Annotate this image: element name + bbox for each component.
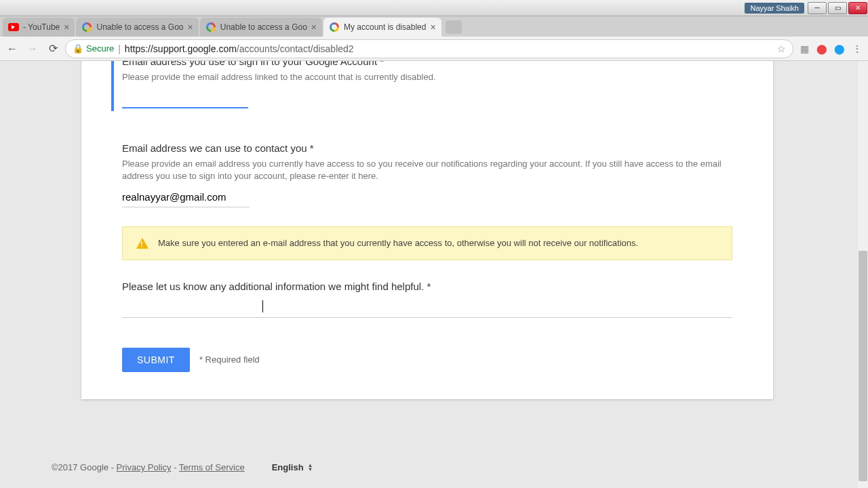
field-description: Please provide the email address linked …	[122, 71, 732, 83]
secure-label: Secure	[86, 43, 114, 54]
extension-opera-icon[interactable]: ⬤	[815, 42, 829, 56]
google-icon	[329, 22, 340, 33]
tab-close-icon[interactable]: ×	[64, 22, 69, 32]
language-label: English	[272, 462, 304, 472]
signin-email-input[interactable]	[122, 87, 248, 108]
scrollbar-thumb[interactable]	[859, 251, 867, 481]
url-text: https://support.google.com/accounts/cont…	[125, 43, 354, 54]
reload-button[interactable]: ⟳	[45, 41, 61, 57]
extension-blue-icon[interactable]: ⬤	[833, 42, 846, 56]
footer-copyright: ©2017 Google -	[52, 462, 117, 472]
tab-title: Unable to access a Goo	[96, 22, 183, 32]
tab-active[interactable]: My account is disabled ×	[323, 18, 441, 37]
tab-google-2[interactable]: Unable to access a Goo ×	[200, 18, 322, 37]
tab-close-icon[interactable]: ×	[188, 22, 193, 32]
tab-close-icon[interactable]: ×	[430, 22, 435, 32]
field-signin-email: Email address you use to sign in to your…	[111, 61, 732, 111]
tab-title: My account is disabled	[344, 22, 426, 32]
warning-text: Make sure you entered an e-mail address …	[158, 238, 638, 248]
os-maximize-button[interactable]: ▭	[828, 2, 847, 14]
terms-link[interactable]: Terms of Service	[179, 462, 245, 472]
tab-close-icon[interactable]: ×	[311, 22, 317, 32]
tab-title: Unable to access a Goo	[220, 22, 307, 32]
secure-indicator: 🔒 Secure	[73, 43, 114, 54]
additional-info-textarea[interactable]	[122, 296, 732, 318]
field-description: Please provide an email address you curr…	[122, 158, 732, 182]
submit-row: SUBMIT * Required field	[122, 348, 732, 372]
warning-icon	[136, 238, 149, 249]
field-label: Please let us know any additional inform…	[122, 281, 732, 292]
google-icon	[81, 22, 92, 33]
new-tab-button[interactable]	[446, 20, 462, 34]
text-cursor	[262, 300, 263, 312]
contact-email-input[interactable]	[122, 187, 250, 207]
chrome-menu-icon[interactable]: ⋮	[850, 42, 864, 56]
browser-tabstrip: - YouTube × Unable to access a Goo × Una…	[0, 16, 868, 37]
os-user-badge: Nayyar Shaikh	[745, 3, 804, 14]
page-viewport: Email address you use to sign in to your…	[0, 61, 868, 488]
browser-toolbar: ← → ⟳ 🔒 Secure | https://support.google.…	[0, 37, 868, 61]
url-divider: |	[118, 43, 121, 54]
tab-title: - YouTube	[23, 22, 60, 32]
submit-button[interactable]: SUBMIT	[122, 348, 190, 372]
field-contact-email: Email address we can use to contact you …	[122, 142, 732, 207]
lock-icon: 🔒	[73, 43, 83, 54]
address-bar[interactable]: 🔒 Secure | https://support.google.com/ac…	[65, 39, 793, 58]
os-titlebar: Nayyar Shaikh ─ ▭ ✕	[0, 0, 868, 16]
tab-google-1[interactable]: Unable to access a Goo ×	[76, 18, 198, 37]
field-label: Email address you use to sign in to your…	[122, 61, 732, 67]
form-card: Email address you use to sign in to your…	[81, 61, 773, 399]
google-icon	[205, 22, 216, 33]
os-minimize-button[interactable]: ─	[808, 2, 827, 14]
bookmark-star-icon[interactable]: ☆	[777, 43, 786, 54]
required-field-note: * Required field	[199, 354, 260, 365]
field-label: Email address we can use to contact you …	[122, 142, 732, 154]
forward-button[interactable]: →	[24, 41, 41, 57]
vertical-scrollbar[interactable]	[858, 61, 868, 488]
extension-icon[interactable]: ▦	[797, 42, 811, 56]
back-button[interactable]: ←	[4, 41, 20, 57]
page-footer: ©2017 Google - Privacy Policy - Terms of…	[52, 462, 313, 472]
field-additional-info: Please let us know any additional inform…	[122, 281, 732, 321]
sort-arrows-icon: ▲▼	[308, 464, 313, 472]
tab-youtube[interactable]: - YouTube ×	[3, 18, 75, 37]
os-close-button[interactable]: ✕	[848, 2, 867, 14]
youtube-icon	[8, 22, 19, 33]
language-selector[interactable]: English ▲▼	[272, 462, 313, 472]
privacy-policy-link[interactable]: Privacy Policy	[117, 462, 172, 472]
warning-alert: Make sure you entered an e-mail address …	[122, 226, 732, 260]
